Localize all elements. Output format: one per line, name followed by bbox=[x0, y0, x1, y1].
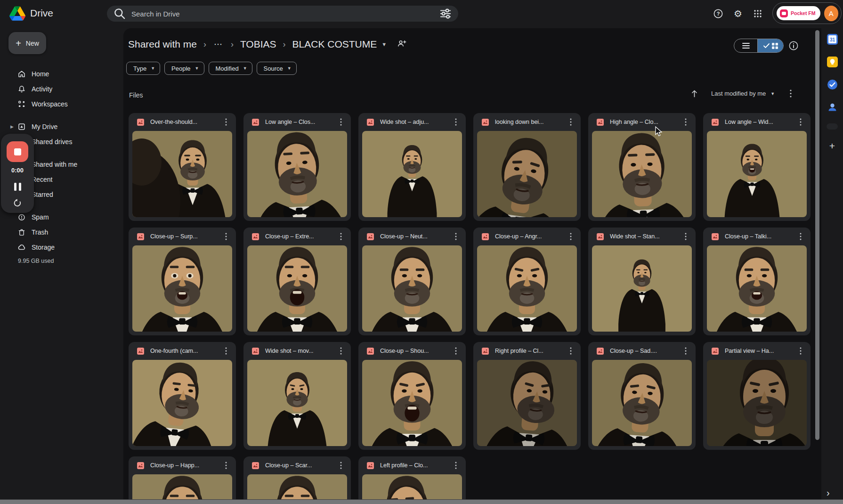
file-menu-button[interactable] bbox=[567, 233, 575, 240]
file-menu-button[interactable] bbox=[222, 347, 230, 355]
help-icon[interactable]: ? bbox=[712, 8, 724, 20]
file-menu-button[interactable] bbox=[222, 233, 230, 240]
breadcrumb-segment[interactable]: Shared with me bbox=[128, 39, 197, 50]
file-card[interactable]: Close-up – Talki... bbox=[703, 228, 811, 335]
file-menu-button[interactable] bbox=[797, 118, 804, 126]
file-card[interactable]: One-fourth (cam... bbox=[129, 342, 236, 450]
file-card[interactable]: Right profile – Cl... bbox=[473, 342, 581, 450]
file-menu-button[interactable] bbox=[797, 347, 804, 355]
file-card[interactable]: Low angle – Wid... bbox=[703, 113, 811, 221]
sidebar-item-workspaces[interactable]: Workspaces bbox=[0, 97, 123, 112]
file-menu-button[interactable] bbox=[452, 118, 460, 126]
file-menu-button[interactable] bbox=[337, 347, 345, 355]
info-icon[interactable] bbox=[788, 41, 799, 51]
settings-gear-icon[interactable]: ⚙ bbox=[732, 8, 744, 20]
file-name: Partial view – Ha... bbox=[725, 348, 797, 354]
calendar-icon[interactable]: 31 bbox=[826, 33, 838, 45]
file-menu-button[interactable] bbox=[337, 233, 345, 240]
vertical-scrollbar[interactable] bbox=[815, 30, 819, 440]
avatar[interactable]: A bbox=[824, 6, 838, 21]
search-input[interactable] bbox=[131, 10, 439, 18]
more-options-icon[interactable] bbox=[790, 89, 792, 98]
contacts-icon[interactable] bbox=[826, 101, 838, 113]
sidebar-item-trash[interactable]: Trash bbox=[0, 225, 123, 240]
file-menu-button[interactable] bbox=[682, 118, 689, 126]
files-grid: Over-the-should... Low angle – Clos... W… bbox=[129, 113, 816, 504]
search-filters-icon[interactable] bbox=[439, 8, 452, 20]
file-card[interactable]: Low angle – Clos... bbox=[243, 113, 351, 221]
file-card[interactable]: Close-up – Extre... bbox=[243, 228, 351, 335]
file-card[interactable]: Close-up – Sad.... bbox=[588, 342, 696, 450]
file-menu-button[interactable] bbox=[452, 347, 460, 355]
sidebar-item-label: Storage bbox=[32, 244, 55, 251]
expander-arrow-icon[interactable]: ▶ bbox=[10, 124, 14, 129]
file-card[interactable]: Close-up – Surp... bbox=[129, 228, 236, 335]
grid-view-button-selected[interactable] bbox=[758, 39, 783, 52]
side-panel-rail: 31+ › bbox=[821, 28, 843, 504]
file-card[interactable]: Close-up – Angr... bbox=[473, 228, 581, 335]
folder-dropdown-caret-icon[interactable]: ▼ bbox=[381, 41, 387, 47]
file-thumbnail bbox=[707, 360, 807, 446]
file-card[interactable]: Partial view – Ha... bbox=[703, 342, 811, 450]
tasks-icon[interactable] bbox=[826, 78, 838, 90]
file-card[interactable]: Close-up – Scar... bbox=[243, 456, 351, 504]
file-name: Close-up – Scar... bbox=[265, 462, 337, 469]
file-menu-button[interactable] bbox=[452, 462, 460, 469]
file-name: looking down bei... bbox=[495, 119, 567, 125]
file-menu-button[interactable] bbox=[682, 233, 689, 240]
restart-recording-icon[interactable] bbox=[13, 199, 22, 207]
file-thumbnail bbox=[247, 245, 347, 332]
share-person-add-icon[interactable] bbox=[397, 39, 406, 50]
file-card[interactable]: Over-the-should... bbox=[129, 113, 236, 221]
sort-direction-icon[interactable] bbox=[691, 89, 698, 98]
file-menu-button[interactable] bbox=[567, 347, 575, 355]
file-card[interactable]: Wide shot – adju... bbox=[358, 113, 466, 221]
sidebar-item-my-drive[interactable]: ▶My Drive bbox=[0, 119, 123, 134]
stop-icon bbox=[14, 148, 21, 155]
filter-chip-people[interactable]: People▼ bbox=[164, 62, 204, 75]
file-menu-button[interactable] bbox=[452, 233, 460, 240]
filter-chip-type[interactable]: Type▼ bbox=[126, 62, 160, 75]
file-menu-button[interactable] bbox=[797, 233, 804, 240]
stop-recording-button[interactable] bbox=[7, 141, 28, 162]
file-card[interactable]: Close-up – Shou... bbox=[358, 342, 466, 450]
expand-rail-chevron[interactable]: › bbox=[827, 488, 830, 498]
file-menu-button[interactable] bbox=[337, 118, 345, 126]
file-menu-button[interactable] bbox=[337, 462, 345, 469]
breadcrumb-segment[interactable]: TOBIAS bbox=[240, 39, 276, 50]
file-card[interactable]: High angle – Clo... bbox=[588, 113, 696, 221]
search-bar[interactable] bbox=[107, 6, 458, 22]
image-file-icon bbox=[712, 348, 719, 355]
file-menu-button[interactable] bbox=[222, 462, 230, 469]
account-area[interactable]: Pocket FM A bbox=[772, 2, 842, 24]
file-menu-button[interactable] bbox=[222, 118, 230, 126]
bell-icon bbox=[17, 85, 26, 93]
list-view-button[interactable] bbox=[734, 39, 758, 52]
file-thumbnail bbox=[477, 131, 577, 217]
filter-chip-source[interactable]: Source▼ bbox=[257, 62, 297, 75]
file-card[interactable]: Wide shot – mov... bbox=[243, 342, 351, 450]
sidebar-item-activity[interactable]: Activity bbox=[0, 81, 123, 97]
new-button[interactable]: + New bbox=[8, 32, 46, 54]
sidebar-item-storage[interactable]: Storage bbox=[0, 240, 123, 255]
file-thumbnail bbox=[477, 360, 577, 446]
apps-grid-icon[interactable] bbox=[752, 8, 764, 20]
file-card[interactable]: Left profile – Clo... bbox=[358, 456, 466, 504]
filter-chip-modified[interactable]: Modified▼ bbox=[209, 62, 252, 75]
sidebar: + New HomeActivityWorkspaces▶My DriveSha… bbox=[0, 28, 123, 504]
sort-label[interactable]: Last modified by me bbox=[711, 90, 766, 97]
pause-recording-button[interactable] bbox=[12, 181, 23, 192]
file-card[interactable]: Wide shot – Stan... bbox=[588, 228, 696, 335]
breadcrumb-collapsed-button[interactable]: ⋯ bbox=[213, 39, 224, 49]
breadcrumb-segment[interactable]: BLACK COSTUME bbox=[292, 39, 377, 50]
file-card[interactable]: looking down bei... bbox=[473, 113, 581, 221]
keep-icon[interactable] bbox=[826, 56, 838, 68]
image-file-icon bbox=[252, 233, 259, 240]
file-menu-button[interactable] bbox=[682, 347, 689, 355]
file-card[interactable]: Close-up – Neut... bbox=[358, 228, 466, 335]
file-menu-button[interactable] bbox=[567, 118, 575, 126]
get-addons-button[interactable]: + bbox=[826, 140, 838, 152]
sidebar-item-home[interactable]: Home bbox=[0, 66, 123, 81]
file-thumbnail bbox=[362, 131, 462, 217]
file-card[interactable]: Close-up – Happ... bbox=[129, 456, 236, 504]
